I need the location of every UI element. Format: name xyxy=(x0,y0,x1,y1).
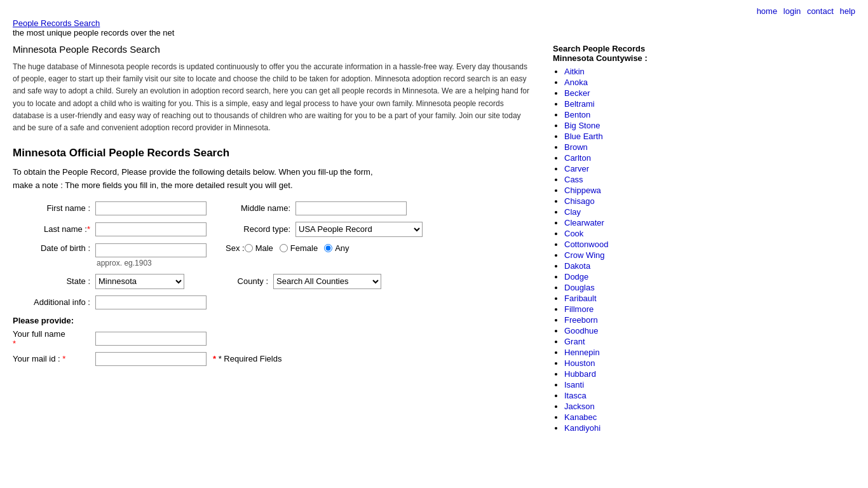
list-item: Fillmore xyxy=(564,304,674,314)
county-group: County : Search All Counties Aitkin Anok… xyxy=(203,274,381,289)
county-link[interactable]: Aitkin xyxy=(564,67,585,76)
state-county-row: State : Minnesota Alabama Alaska County … xyxy=(13,274,534,289)
county-link[interactable]: Hennepin xyxy=(564,348,600,357)
county-link[interactable]: Cottonwood xyxy=(564,240,608,249)
list-item: Kanabec xyxy=(564,412,674,422)
dob-sex-row: Date of birth : approx. eg.1903 Sex : Ma… xyxy=(13,243,534,268)
county-link[interactable]: Faribault xyxy=(564,294,597,303)
county-link[interactable]: Big Stone xyxy=(564,121,600,130)
county-link[interactable]: Dakota xyxy=(564,261,590,271)
dob-label: Date of birth : xyxy=(13,243,95,253)
record-type-select[interactable]: USA People Record Adoption Record Birth … xyxy=(295,222,423,237)
county-link[interactable]: Kanabec xyxy=(564,412,597,422)
list-item: Big Stone xyxy=(564,121,674,130)
intro-text: The huge database of Minnesota people re… xyxy=(13,61,534,134)
list-item: Benton xyxy=(564,110,674,119)
county-link[interactable]: Carver xyxy=(564,164,589,173)
list-item: Carver xyxy=(564,164,674,173)
county-link[interactable]: Chisago xyxy=(564,196,595,206)
list-item: Cottonwood xyxy=(564,240,674,249)
county-link[interactable]: Douglas xyxy=(564,283,595,292)
list-item: Jackson xyxy=(564,402,674,411)
form-intro-line2: make a note : The more fields you fill i… xyxy=(13,180,293,190)
list-item: Hubbard xyxy=(564,369,674,379)
county-link[interactable]: Carlton xyxy=(564,153,591,163)
list-item: Blue Earth xyxy=(564,132,674,141)
top-navigation: home login contact help xyxy=(0,0,868,18)
list-item: Freeborn xyxy=(564,315,674,325)
last-name-required: * xyxy=(87,224,90,234)
county-link[interactable]: Clay xyxy=(564,207,581,217)
county-link[interactable]: Benton xyxy=(564,110,590,119)
list-item: Cook xyxy=(564,229,674,238)
county-link[interactable]: Anoka xyxy=(564,78,588,87)
county-link[interactable]: Grant xyxy=(564,337,585,346)
county-link[interactable]: Blue Earth xyxy=(564,132,603,141)
list-item: Chippewa xyxy=(564,186,674,195)
list-item: Beltrami xyxy=(564,99,674,109)
sex-any-radio[interactable] xyxy=(324,244,332,252)
sex-male-radio[interactable] xyxy=(245,244,253,252)
county-link[interactable]: Freeborn xyxy=(564,315,598,325)
county-link[interactable]: Itasca xyxy=(564,391,587,400)
site-title: People Records Search xyxy=(13,18,855,28)
county-link[interactable]: Brown xyxy=(564,142,588,152)
state-label: State : xyxy=(13,276,95,286)
site-tagline: the most unique people records over the … xyxy=(13,28,855,37)
list-item: Houston xyxy=(564,358,674,368)
additional-info-input[interactable] xyxy=(95,295,207,309)
county-link[interactable]: Cass xyxy=(564,175,583,184)
first-name-input[interactable] xyxy=(95,201,207,215)
help-link[interactable]: help xyxy=(839,6,855,16)
home-link[interactable]: home xyxy=(757,6,778,16)
state-select[interactable]: Minnesota Alabama Alaska xyxy=(95,274,184,289)
county-link[interactable]: Beltrami xyxy=(564,99,595,109)
list-item: Isanti xyxy=(564,380,674,390)
first-name-label: First name : xyxy=(13,203,95,213)
list-item: Kandiyohi xyxy=(564,423,674,433)
sex-group: Sex : Male Female Any xyxy=(226,243,356,253)
email-required: * xyxy=(62,354,65,363)
list-item: Dakota xyxy=(564,261,674,271)
list-item: Grant xyxy=(564,337,674,346)
last-name-input[interactable] xyxy=(95,222,207,236)
list-item: Carlton xyxy=(564,153,674,163)
sex-female-label: Female xyxy=(290,243,318,253)
county-link[interactable]: Isanti xyxy=(564,380,584,390)
form-intro: To obtain the People Record, Please prov… xyxy=(13,166,534,193)
county-label: County : xyxy=(203,276,273,286)
list-item: Hennepin xyxy=(564,348,674,357)
please-provide-heading: Please provide: xyxy=(13,316,534,325)
county-link[interactable]: Clearwater xyxy=(564,218,604,227)
main-content: Minnesota People Records Search The huge… xyxy=(13,44,534,434)
list-item: Faribault xyxy=(564,294,674,303)
contact-link[interactable]: contact xyxy=(807,6,834,16)
sex-male-label: Male xyxy=(255,243,273,253)
county-select[interactable]: Search All Counties Aitkin Anoka Blue Ea… xyxy=(273,274,381,289)
county-link[interactable]: Jackson xyxy=(564,402,595,411)
additional-info-row: Additional info : xyxy=(13,295,534,309)
county-link[interactable]: Chippewa xyxy=(564,186,601,195)
list-item: Becker xyxy=(564,88,674,98)
county-link[interactable]: Goodhue xyxy=(564,326,599,336)
login-link[interactable]: login xyxy=(783,6,801,16)
record-type-label: Record type: xyxy=(226,224,295,234)
email-input[interactable] xyxy=(95,352,207,366)
county-link[interactable]: Becker xyxy=(564,88,590,98)
county-link[interactable]: Dodge xyxy=(564,272,588,281)
middle-name-group: Middle name: xyxy=(226,201,407,215)
county-link[interactable]: Cook xyxy=(564,229,583,238)
site-title-link[interactable]: People Records Search xyxy=(13,18,100,28)
county-link[interactable]: Crow Wing xyxy=(564,250,605,260)
county-link[interactable]: Fillmore xyxy=(564,304,593,314)
county-link[interactable]: Hubbard xyxy=(564,369,596,379)
full-name-input[interactable] xyxy=(95,332,207,346)
sex-female-radio[interactable] xyxy=(280,244,288,252)
list-item: Dodge xyxy=(564,272,674,281)
last-name-record-type-row: Last name :* Record type: USA People Rec… xyxy=(13,222,534,237)
county-link[interactable]: Kandiyohi xyxy=(564,423,600,433)
middle-name-input[interactable] xyxy=(295,201,407,215)
section-title: Minnesota Official People Records Search xyxy=(13,147,534,159)
dob-input[interactable] xyxy=(95,243,207,257)
county-link[interactable]: Houston xyxy=(564,358,595,368)
